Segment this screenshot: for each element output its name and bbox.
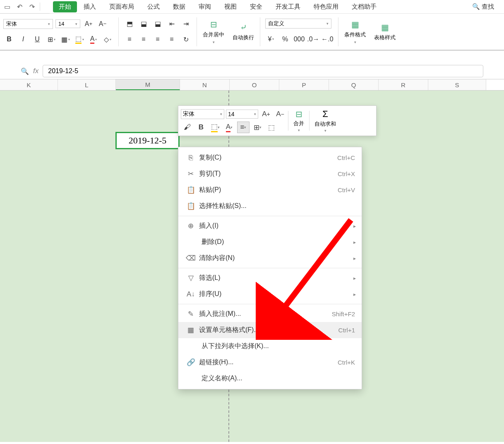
mini-bold-button[interactable]: B	[195, 122, 207, 133]
increase-font-icon[interactable]: A+	[83, 19, 94, 29]
tab-view[interactable]: 视图	[218, 1, 243, 13]
eraser-icon[interactable]: ◇	[102, 34, 113, 45]
justify-icon[interactable]: ≡	[166, 34, 178, 45]
decrease-decimal-icon[interactable]: ←.0	[322, 34, 333, 45]
merge-cells-button[interactable]: ⊟ 合并居中▾	[199, 18, 228, 46]
table-style-button[interactable]: ▦ 表格样式	[370, 21, 400, 43]
mini-align-center-icon[interactable]: ≡▾	[237, 122, 250, 133]
tab-data[interactable]: 数据	[166, 1, 192, 13]
menu-clear[interactable]: ⌫ 清除内容(N) ▸	[178, 250, 362, 266]
tab-insert[interactable]: 插入	[77, 1, 103, 13]
font-name-select[interactable]: 宋体▾	[3, 19, 53, 29]
align-middle-icon[interactable]: ⬓	[138, 19, 149, 29]
col-header-M[interactable]: M	[116, 79, 180, 90]
italic-button[interactable]: I	[17, 34, 29, 45]
font-group: 宋体▾ 14▾ A+ A− B I U ⊞ ▦ ⬚ A ◇	[0, 16, 117, 47]
menu-hyperlink[interactable]: 🔗 超链接(H)... Ctrl+K	[178, 354, 362, 370]
save-icon[interactable]: ▭	[2, 1, 12, 12]
menu-insert-comment[interactable]: ✎ 插入批注(M)... Shift+F2	[178, 306, 362, 322]
menu-paste-special[interactable]: 📋 选择性粘贴(S)...	[178, 198, 362, 214]
tab-doc-helper[interactable]: 文档助手	[345, 1, 383, 13]
cond-format-icon: ▦	[349, 19, 361, 29]
tab-review[interactable]: 审阅	[192, 1, 218, 13]
menu-paste[interactable]: 📋 粘贴(P) Ctrl+V	[178, 182, 362, 198]
mini-fill-color-icon[interactable]: ⬚▾	[209, 122, 221, 133]
clear-icon: ⌫	[185, 254, 197, 263]
mini-size-value: 14	[228, 111, 235, 117]
bold-button[interactable]: B	[3, 34, 15, 45]
increase-decimal-icon[interactable]: .0→	[307, 34, 319, 45]
underline-button[interactable]: U	[31, 34, 43, 45]
number-format-select[interactable]: 自定义▾	[265, 19, 331, 29]
col-header-S[interactable]: S	[428, 79, 486, 90]
decrease-font-icon[interactable]: A−	[97, 19, 108, 29]
border-icon[interactable]: ⊞	[46, 34, 57, 45]
align-center-icon[interactable]: ≡	[138, 34, 149, 45]
mini-size-select[interactable]: 14▾	[226, 110, 258, 119]
col-header-O[interactable]: O	[230, 79, 279, 90]
undo-icon[interactable]: ↶	[14, 1, 25, 12]
col-header-L[interactable]: L	[58, 79, 116, 90]
mini-font-select[interactable]: 宋体▾	[181, 109, 224, 119]
context-menu: ⎘ 复制(C) Ctrl+C ✂ 剪切(T) Ctrl+X 📋 粘贴(P) Ct…	[178, 147, 362, 389]
menu-filter[interactable]: ▽ 筛选(L) ▸	[178, 270, 362, 286]
indent-increase-icon[interactable]: ⇥	[180, 19, 192, 29]
menu-format-cells[interactable]: ▦ 设置单元格格式(F)... Ctrl+1	[178, 322, 362, 338]
menu-define-name[interactable]: 定义名称(A)...	[178, 370, 362, 387]
search-button[interactable]: 🔍 查找	[466, 1, 501, 13]
col-header-R[interactable]: R	[379, 79, 428, 90]
percent-icon[interactable]: %	[279, 34, 291, 45]
col-header-K[interactable]: K	[0, 79, 58, 90]
align-right-icon[interactable]: ≡	[152, 34, 163, 45]
comment-icon: ✎	[185, 310, 197, 318]
align-left-icon[interactable]: ≡	[124, 34, 135, 45]
selected-cell[interactable]: 2019-12-5	[115, 132, 180, 149]
mini-decrease-font-icon[interactable]: A−	[274, 108, 286, 120]
wrap-label: 自动换行	[233, 34, 254, 41]
menu-sort[interactable]: A↓ 排序(U) ▸	[178, 286, 362, 302]
menu-delete[interactable]: 删除(D) ▸	[178, 234, 362, 250]
merge-icon: ⊟	[208, 19, 219, 29]
tab-page-layout[interactable]: 页面布局	[103, 1, 141, 13]
currency-icon[interactable]: ¥	[265, 34, 277, 45]
menu-insert[interactable]: ⊕ 插入(I) ▸	[178, 218, 362, 234]
col-header-Q[interactable]: Q	[329, 79, 379, 90]
tab-formula[interactable]: 公式	[141, 1, 166, 13]
menu-paste-special-label: 选择性粘贴(S)...	[199, 202, 355, 210]
font-color-icon[interactable]: A	[88, 34, 99, 45]
tab-security[interactable]: 安全	[243, 1, 269, 13]
mini-merge-button[interactable]: ⊟ 合并▾	[290, 109, 307, 132]
menu-pick-from-dropdown[interactable]: 从下拉列表中选择(K)...	[178, 338, 362, 354]
fill-color-icon[interactable]: ⬚	[74, 34, 85, 45]
mini-font-color-icon[interactable]: A▾	[223, 122, 235, 133]
comma-icon[interactable]: 000	[293, 34, 305, 45]
menu-copy[interactable]: ⎘ 复制(C) Ctrl+C	[178, 150, 362, 166]
mini-increase-font-icon[interactable]: A+	[260, 108, 272, 120]
indent-decrease-icon[interactable]: ⇤	[166, 19, 178, 29]
redo-icon[interactable]: ↷	[26, 1, 37, 12]
mini-autosum-button[interactable]: Σ 自动求和▾	[311, 109, 339, 133]
col-header-N[interactable]: N	[180, 79, 230, 90]
mini-cell-style-icon[interactable]: ⬚	[265, 122, 278, 133]
mini-sum-label: 自动求和	[314, 120, 336, 128]
font-size-select[interactable]: 14▾	[55, 19, 80, 28]
cell-style-icon[interactable]: ▦	[60, 34, 71, 45]
tab-start[interactable]: 开始	[53, 1, 77, 12]
lookup-icon[interactable]: 🔍	[21, 67, 29, 75]
wrap-text-button[interactable]: ⤶ 自动换行	[228, 21, 258, 43]
ribbon-tabs: 开始 插入 页面布局 公式 数据 审阅 视图 安全 开发工具 特色应用 文档助手…	[50, 0, 504, 14]
align-bottom-icon[interactable]: ⬓	[152, 19, 163, 29]
tab-special[interactable]: 特色应用	[307, 1, 345, 13]
mini-border-icon[interactable]: ⊞▾	[251, 122, 264, 133]
sigma-icon: Σ	[322, 109, 328, 119]
fx-icon[interactable]: fx	[33, 67, 38, 75]
tab-dev-tools[interactable]: 开发工具	[269, 1, 307, 13]
orientation-icon[interactable]: ↻	[180, 34, 192, 45]
menu-cut[interactable]: ✂ 剪切(T) Ctrl+X	[178, 166, 362, 182]
mini-format-painter-icon[interactable]: 🖌	[181, 122, 193, 133]
formula-input[interactable]	[43, 65, 483, 77]
conditional-format-button[interactable]: ▦ 条件格式▾	[340, 18, 370, 46]
insert-icon: ⊕	[185, 222, 197, 230]
align-top-icon[interactable]: ⬒	[124, 19, 135, 29]
col-header-P[interactable]: P	[279, 79, 329, 90]
